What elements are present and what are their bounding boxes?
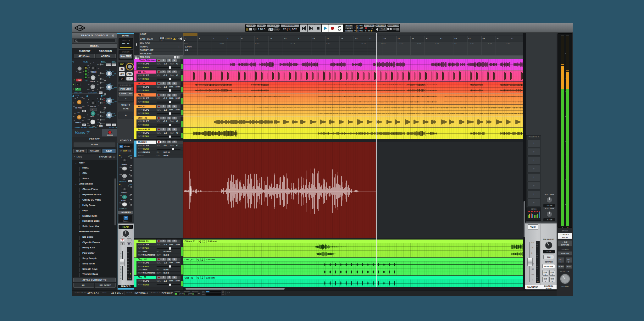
svg-text:33: 33 [412,37,414,40]
svg-text:1.5s: 1.5s [97,122,100,123]
svg-text:25: 25 [87,68,88,69]
svg-text:.75s: .75s [129,167,131,168]
svg-text:29: 29 [383,37,386,40]
svg-text:HF: HF [114,73,116,75]
svg-text:10k: 10k [83,98,85,100]
svg-text:.15s: .15s [87,122,89,124]
svg-text:25k: 25k [112,102,114,103]
svg-text:600: 600 [82,120,84,121]
svg-text:AT: AT [102,64,104,65]
svg-text:RATIO: RATIO [90,116,94,118]
svg-text:REL: REL [102,87,104,89]
svg-text:-10: -10 [92,62,95,64]
svg-text:0.00 semi: 0.00 semi [206,258,215,261]
svg-text:AT: AT [102,99,104,100]
svg-text:43: 43 [482,37,485,40]
svg-text:7: 7 [227,37,228,40]
svg-text:0: 0 [87,114,88,116]
svg-text:EXP: EXP [102,73,105,74]
svg-text:ON: ON [113,124,115,126]
svg-text:-12: -12 [88,77,90,78]
svg-text:20k: 20k [82,105,84,107]
svg-text:25k: 25k [109,83,111,84]
svg-text:0: 0 [76,71,77,72]
svg-text:75: 75 [109,118,110,119]
svg-text:2.5k: 2.5k [74,98,76,99]
svg-text:-10: -10 [128,156,130,157]
svg-text:1.5k: 1.5k [112,99,114,100]
svg-text:ON: ON [129,180,131,182]
svg-text:+10: +10 [87,105,89,106]
svg-text:COMP/LIM: COMP/LIM [119,208,127,210]
svg-text:ON: ON [83,124,85,126]
svg-text:0:20: 0:20 [326,42,330,45]
svg-text:500: 500 [73,105,75,107]
svg-text:3 5: 3 5 [91,109,93,110]
svg-text:Chimes_01: Chimes_01 [185,240,196,242]
svg-text:20: 20 [74,120,75,121]
svg-text:250: 250 [112,75,114,76]
svg-text:1:30: 1:30 [506,42,510,45]
svg-text:23: 23 [341,37,343,40]
svg-text:27: 27 [369,37,371,40]
svg-text:10k: 10k [109,104,111,105]
svg-text:0: 0 [121,185,121,187]
svg-text:250: 250 [109,97,111,98]
svg-text:HLD: HLD [102,82,105,84]
svg-text:OLD: OLD [102,123,105,125]
svg-text:1:00: 1:00 [399,42,403,45]
svg-text:REL: REL [92,125,95,127]
svg-text:35: 35 [426,37,428,40]
svg-text:HRD: HRD [102,112,105,113]
svg-text:10: 10 [121,157,122,158]
svg-text:M: M [368,30,370,32]
svg-text:500: 500 [106,84,108,85]
svg-text:3s: 3s [97,125,98,126]
svg-text:RATIO: RATIO [121,200,126,202]
svg-text:50: 50 [74,113,76,114]
svg-text:S/L: S/L [102,79,104,80]
svg-text:Q: Q [199,240,201,243]
svg-text:DEPTH: DEPTH [90,81,95,82]
svg-text:Q: Q [197,258,199,261]
svg-text:.25s: .25s [119,167,122,168]
svg-text:0:05: 0:05 [220,42,224,45]
svg-text:250: 250 [112,88,114,90]
svg-text:1:25: 1:25 [488,42,492,45]
svg-text:.25s: .25s [87,119,90,120]
svg-text:): ) [369,27,369,29]
svg-text:ON: ON [99,125,102,127]
svg-text:50m: 50m [119,174,122,175]
svg-text:41: 41 [468,37,471,40]
svg-text:0.00 semi: 0.00 semi [208,240,217,242]
svg-text:+8: +8 [88,69,89,71]
svg-text:.75s: .75s [129,195,131,196]
svg-text:HMF: HMF [114,87,117,89]
svg-text:PREDYN: PREDYN [106,64,111,66]
svg-text:THRESH: THRESH [90,106,96,108]
svg-text:.25s: .25s [87,84,90,86]
svg-text:-8: -8 [98,101,99,102]
svg-text:47: 47 [511,37,514,40]
svg-text:Ø: Ø [77,84,78,86]
svg-text:.75s: .75s [97,84,99,86]
svg-text:40: 40 [112,85,113,86]
svg-text:-4: -4 [97,98,98,99]
svg-text:17: 17 [298,37,301,40]
svg-text:THRESH: THRESH [121,192,127,194]
svg-text:235L: 235L [102,61,106,63]
svg-text:30: 30 [97,81,98,82]
svg-text:3s: 3s [97,89,98,91]
svg-text:21: 21 [326,37,329,40]
svg-text:0: 0 [88,72,89,73]
svg-text:-6: -6 [88,74,89,76]
svg-text:-30: -30 [97,64,99,65]
svg-text:250: 250 [112,71,114,73]
svg-text:13: 13 [269,37,272,40]
svg-text:SFT: SFT [102,116,105,117]
svg-text:ON: ON [99,92,102,94]
svg-text:LF: LF [114,115,116,116]
svg-text:75: 75 [109,111,110,112]
svg-text:11: 11 [255,37,258,40]
svg-text:39: 39 [454,37,457,40]
